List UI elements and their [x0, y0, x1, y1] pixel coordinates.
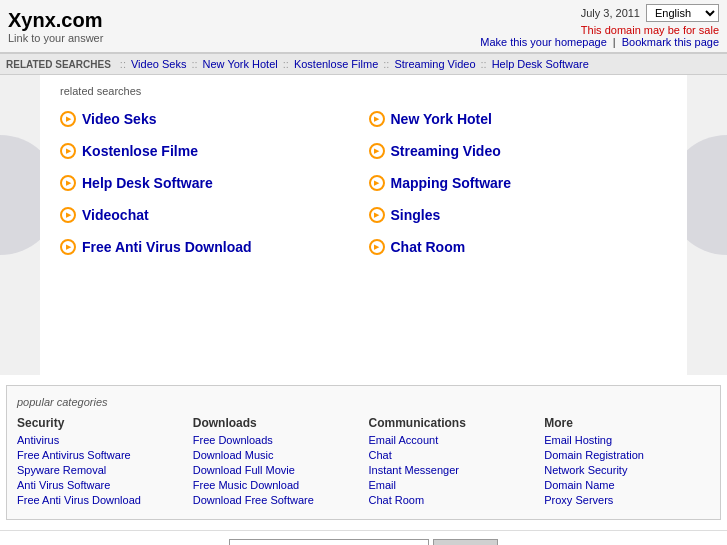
search-link-singles[interactable]: Singles: [391, 207, 441, 223]
language-select[interactable]: English Deutsch Français Español: [646, 4, 719, 22]
bar-sep-2: ::: [191, 58, 197, 70]
content-area: related searches Video Seks New York Hot…: [40, 75, 687, 375]
related-bar-label: RELATED SEARCHES: [6, 59, 111, 70]
related-searches-bar: RELATED SEARCHES :: Video Seks :: New Yo…: [0, 53, 727, 75]
site-title: Xynx.com: [8, 9, 103, 32]
categories-grid: Security Antivirus Free Antivirus Softwa…: [17, 416, 710, 509]
search-link-video-seks[interactable]: Video Seks: [82, 111, 156, 127]
list-item: Chat Room: [369, 233, 668, 261]
list-item: Video Seks: [60, 105, 359, 133]
related-bar-item-1[interactable]: New York Hotel: [203, 58, 278, 70]
related-bar-item-0[interactable]: Video Seks: [131, 58, 186, 70]
cat-link-download-movie[interactable]: Download Full Movie: [193, 464, 359, 476]
bar-sep-5: ::: [481, 58, 487, 70]
arrow-icon: [369, 207, 385, 223]
cat-link-free-music[interactable]: Free Music Download: [193, 479, 359, 491]
cat-link-spyware[interactable]: Spyware Removal: [17, 464, 183, 476]
cat-link-download-music[interactable]: Download Music: [193, 449, 359, 461]
cat-link-free-antivirus-sw[interactable]: Free Antivirus Software: [17, 449, 183, 461]
bottom-search-bar: 🔍 Search: [0, 530, 727, 545]
cat-link-domain-name[interactable]: Domain Name: [544, 479, 710, 491]
category-security: Security Antivirus Free Antivirus Softwa…: [17, 416, 183, 509]
search-link-kostenlose-filme[interactable]: Kostenlose Filme: [82, 143, 198, 159]
cat-link-network-security[interactable]: Network Security: [544, 464, 710, 476]
top-bar: Xynx.com Link to your answer July 3, 201…: [0, 0, 727, 53]
cat-link-antivirus-sw[interactable]: Anti Virus Software: [17, 479, 183, 491]
category-more: More Email Hosting Domain Registration N…: [544, 416, 710, 509]
search-button[interactable]: Search: [433, 539, 497, 545]
cat-link-chat[interactable]: Chat: [369, 449, 535, 461]
popular-title: popular categories: [17, 396, 710, 408]
arrow-icon: [369, 175, 385, 191]
left-circle-deco: [0, 135, 40, 255]
related-bar-item-3[interactable]: Streaming Video: [394, 58, 475, 70]
category-title-security: Security: [17, 416, 183, 430]
right-decoration: [687, 75, 727, 375]
cat-link-download-free-sw[interactable]: Download Free Software: [193, 494, 359, 506]
search-link-help-desk-software[interactable]: Help Desk Software: [82, 175, 213, 191]
left-decoration: [0, 75, 40, 375]
search-link-chat-room[interactable]: Chat Room: [391, 239, 466, 255]
cat-link-free-downloads[interactable]: Free Downloads: [193, 434, 359, 446]
list-item: Videochat: [60, 201, 359, 229]
bar-sep-3: ::: [283, 58, 289, 70]
date-label: July 3, 2011: [581, 7, 640, 19]
category-title-more: More: [544, 416, 710, 430]
main-area: related searches Video Seks New York Hot…: [0, 75, 727, 375]
search-links-grid: Video Seks New York Hotel Kostenlose Fil…: [60, 105, 667, 261]
search-link-new-york-hotel[interactable]: New York Hotel: [391, 111, 492, 127]
date-lang-row: July 3, 2011 English Deutsch Français Es…: [480, 4, 719, 22]
bar-sep-4: ::: [383, 58, 389, 70]
search-link-videochat[interactable]: Videochat: [82, 207, 149, 223]
popular-section: popular categories Security Antivirus Fr…: [6, 385, 721, 520]
list-item: Mapping Software: [369, 169, 668, 197]
arrow-icon: [60, 175, 76, 191]
arrow-icon: [60, 239, 76, 255]
cat-link-antivirus[interactable]: Antivirus: [17, 434, 183, 446]
right-circle-deco: [687, 135, 727, 255]
arrow-icon: [60, 207, 76, 223]
list-item: Streaming Video: [369, 137, 668, 165]
cat-link-instant-messenger[interactable]: Instant Messenger: [369, 464, 535, 476]
related-searches-heading: related searches: [60, 85, 667, 97]
top-right: July 3, 2011 English Deutsch Français Es…: [480, 4, 719, 48]
search-link-free-anti-virus[interactable]: Free Anti Virus Download: [82, 239, 252, 255]
search-input-wrapper: 🔍: [229, 539, 429, 545]
related-bar-item-4[interactable]: Help Desk Software: [492, 58, 589, 70]
list-item: Kostenlose Filme: [60, 137, 359, 165]
arrow-icon: [60, 111, 76, 127]
cat-link-proxy-servers[interactable]: Proxy Servers: [544, 494, 710, 506]
list-item: Free Anti Virus Download: [60, 233, 359, 261]
homepage-link[interactable]: Make this your homepage: [480, 36, 607, 48]
arrow-icon: [369, 239, 385, 255]
search-input[interactable]: [229, 539, 429, 545]
sale-text: This domain may be for sale: [581, 24, 719, 36]
category-communications: Communications Email Account Chat Instan…: [369, 416, 535, 509]
arrow-icon: [369, 111, 385, 127]
cat-link-email[interactable]: Email: [369, 479, 535, 491]
list-item: Help Desk Software: [60, 169, 359, 197]
cat-link-domain-registration[interactable]: Domain Registration: [544, 449, 710, 461]
arrow-icon: [369, 143, 385, 159]
bookmark-link[interactable]: Bookmark this page: [622, 36, 719, 48]
list-item: Singles: [369, 201, 668, 229]
top-links: This domain may be for sale Make this yo…: [480, 24, 719, 48]
category-title-downloads: Downloads: [193, 416, 359, 430]
bar-sep-1: ::: [120, 58, 126, 70]
search-link-mapping-software[interactable]: Mapping Software: [391, 175, 512, 191]
site-title-block: Xynx.com Link to your answer: [8, 9, 103, 44]
cat-link-chat-room[interactable]: Chat Room: [369, 494, 535, 506]
category-downloads: Downloads Free Downloads Download Music …: [193, 416, 359, 509]
category-title-communications: Communications: [369, 416, 535, 430]
arrow-icon: [60, 143, 76, 159]
cat-link-free-anti-virus-dl[interactable]: Free Anti Virus Download: [17, 494, 183, 506]
search-link-streaming-video[interactable]: Streaming Video: [391, 143, 501, 159]
related-bar-item-2[interactable]: Kostenlose Filme: [294, 58, 378, 70]
list-item: New York Hotel: [369, 105, 668, 133]
site-subtitle: Link to your answer: [8, 32, 103, 44]
cat-link-email-hosting[interactable]: Email Hosting: [544, 434, 710, 446]
separator: |: [613, 36, 616, 48]
cat-link-email-account[interactable]: Email Account: [369, 434, 535, 446]
